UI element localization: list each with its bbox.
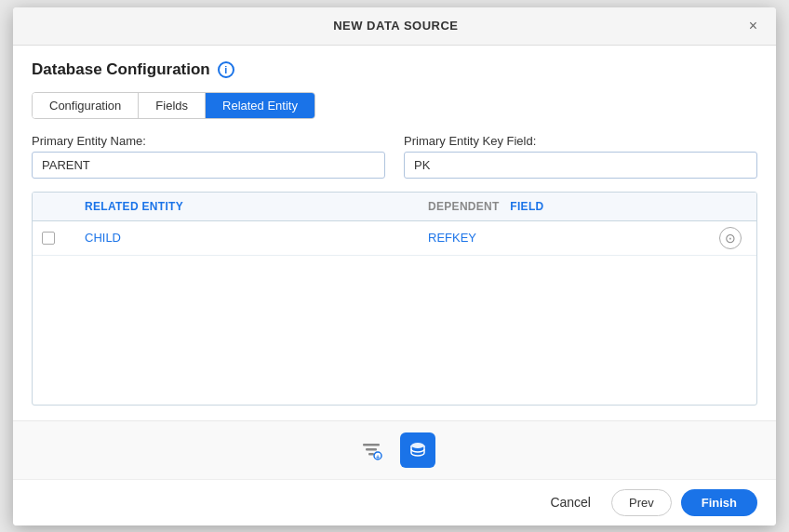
tab-configuration[interactable]: Configuration bbox=[33, 93, 139, 118]
form-row: Primary Entity Name: Primary Entity Key … bbox=[32, 134, 757, 179]
close-button[interactable]: × bbox=[745, 17, 761, 35]
svg-rect-1 bbox=[366, 448, 377, 451]
table-empty-area bbox=[33, 256, 756, 405]
primary-key-input[interactable] bbox=[404, 152, 757, 179]
modal-header: NEW DATA SOURCE × bbox=[13, 7, 776, 46]
funnel-icon-button[interactable]: + bbox=[354, 432, 389, 468]
svg-rect-2 bbox=[368, 453, 374, 456]
cancel-button[interactable]: Cancel bbox=[539, 489, 602, 515]
header-dependent-field: DEPENDENT FIELD bbox=[413, 193, 756, 220]
tab-fields[interactable]: Fields bbox=[139, 93, 206, 118]
header-related-entity: RELATED ENTITY bbox=[70, 193, 413, 220]
primary-entity-group: Primary Entity Name: bbox=[32, 134, 385, 179]
tab-bar: Configuration Fields Related Entity bbox=[32, 92, 315, 119]
svg-point-5 bbox=[411, 443, 424, 448]
row-check-cell bbox=[33, 226, 70, 250]
primary-key-label: Primary Entity Key Field: bbox=[404, 134, 757, 148]
funnel-icon: + bbox=[360, 439, 382, 461]
footer-icons-bar: + bbox=[13, 420, 776, 479]
primary-entity-input[interactable] bbox=[32, 152, 385, 179]
finish-button[interactable]: Finish bbox=[681, 489, 757, 516]
dep-blue-text: FIELD bbox=[510, 200, 543, 213]
svg-rect-0 bbox=[363, 444, 380, 446]
modal-container: NEW DATA SOURCE × Database Configuration… bbox=[13, 7, 776, 525]
info-icon[interactable]: i bbox=[218, 61, 234, 78]
row-entity-cell: CHILD bbox=[70, 225, 413, 250]
section-title-row: Database Configuration i bbox=[32, 60, 757, 79]
row-checkbox[interactable] bbox=[42, 232, 55, 245]
table-row: CHILD REFKEY ⊙ bbox=[33, 221, 756, 256]
header-check bbox=[33, 193, 70, 220]
primary-entity-label: Primary Entity Name: bbox=[32, 134, 385, 148]
tab-related-entity[interactable]: Related Entity bbox=[206, 93, 314, 118]
prev-button[interactable]: Prev bbox=[611, 489, 672, 516]
modal-title: NEW DATA SOURCE bbox=[47, 19, 745, 33]
db-icon-button[interactable] bbox=[400, 432, 435, 468]
dep-gray-text: DEPENDENT bbox=[428, 200, 500, 213]
section-title-text: Database Configuration bbox=[32, 60, 210, 79]
primary-key-group: Primary Entity Key Field: bbox=[404, 134, 757, 179]
table-header: RELATED ENTITY DEPENDENT FIELD bbox=[33, 193, 756, 221]
modal-body: Database Configuration i Configuration F… bbox=[13, 46, 776, 420]
svg-text:+: + bbox=[376, 454, 380, 460]
footer-actions: Cancel Prev Finish bbox=[13, 479, 776, 525]
row-action-icon[interactable]: ⊙ bbox=[719, 227, 742, 249]
row-field-cell: REFKEY ⊙ bbox=[413, 221, 756, 255]
db-icon bbox=[407, 439, 429, 461]
row-field-value: REFKEY bbox=[428, 231, 476, 245]
entity-table: RELATED ENTITY DEPENDENT FIELD CHILD REF… bbox=[32, 192, 757, 406]
